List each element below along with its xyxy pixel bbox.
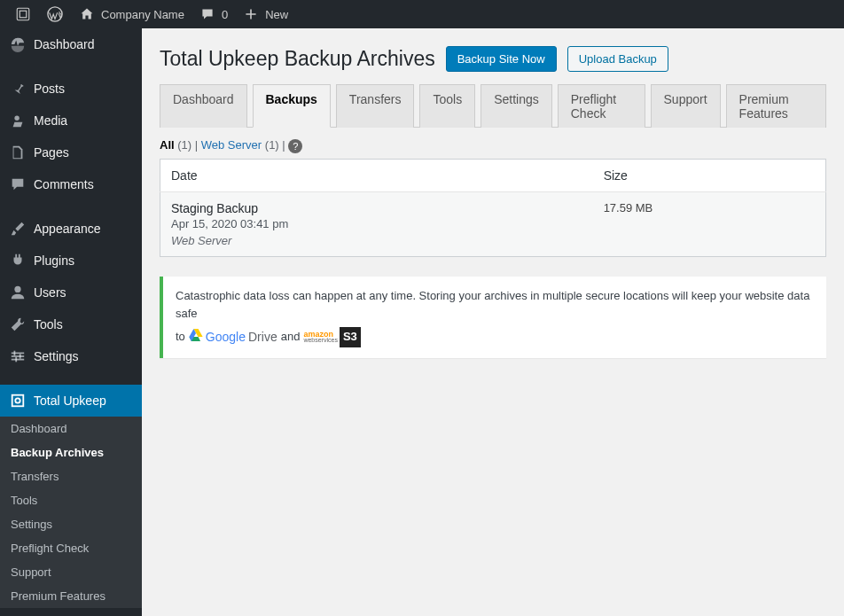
upload-backup-button[interactable]: Upload Backup [567, 46, 668, 72]
svg-rect-7 [12, 359, 24, 361]
sidebar-item-label: Dashboard [34, 37, 95, 51]
col-header-size: Size [593, 159, 826, 191]
filter-webserver-count: (1) [265, 138, 283, 152]
sidebar-item-appearance[interactable]: Appearance [0, 213, 142, 245]
tab-premium[interactable]: Premium Features [726, 84, 826, 128]
sidebar-item-label: Appearance [34, 222, 101, 236]
filter-webserver-link[interactable]: Web Server [201, 138, 262, 152]
settings-icon [9, 347, 27, 365]
svg-rect-6 [12, 355, 24, 357]
site-name-text: Company Name [101, 8, 184, 21]
submenu-item-backup-archives[interactable]: Backup Archives [0, 441, 142, 464]
archive-table: Date Size Staging Backup Apr 15, 2020 03… [160, 159, 826, 257]
backup-location: Web Server [171, 234, 582, 247]
tab-support[interactable]: Support [651, 84, 721, 128]
sidebar-item-total-upkeep[interactable]: Total Upkeep [0, 385, 142, 417]
svg-rect-10 [15, 357, 17, 362]
notice-text: Catastrophic data loss can happen at any… [176, 287, 814, 324]
site-name-link[interactable]: Company Name [71, 0, 191, 28]
media-icon [9, 112, 27, 129]
col-header-date: Date [160, 159, 593, 191]
s3-label: S3 [340, 327, 361, 347]
page-header: Total Upkeep Backup Archives Backup Site… [160, 37, 826, 72]
svg-rect-11 [12, 395, 24, 407]
sidebar-item-label: Plugins [34, 253, 74, 268]
home-icon [78, 5, 96, 23]
backup-site-now-button[interactable]: Backup Site Now [446, 46, 557, 72]
aws-icon: amazon webservices [303, 331, 338, 343]
sidebar-item-posts[interactable]: Posts [0, 73, 142, 105]
google-drive-icon [189, 327, 203, 347]
submenu-item-tools[interactable]: Tools [0, 488, 142, 512]
svg-point-3 [14, 116, 19, 121]
submenu-item-dashboard[interactable]: Dashboard [0, 417, 142, 441]
svg-rect-9 [20, 354, 21, 358]
tab-settings[interactable]: Settings [481, 84, 552, 128]
total-upkeep-submenu: Dashboard Backup Archives Transfers Tool… [0, 417, 142, 608]
svg-rect-5 [12, 353, 24, 355]
sidebar-item-dashboard[interactable]: Dashboard [0, 28, 142, 60]
sidebar-item-label: Total Upkeep [34, 394, 106, 408]
sidebar-item-label: Comments [34, 177, 94, 191]
about-wp-link[interactable] [7, 0, 39, 28]
tab-dashboard[interactable]: Dashboard [160, 84, 247, 128]
wordpress-logo-icon [46, 5, 64, 23]
plus-icon [242, 5, 260, 23]
nav-tabs: Dashboard Backups Transfers Tools Settin… [160, 84, 826, 128]
tab-transfers[interactable]: Transfers [336, 84, 415, 128]
new-content-label: New [265, 8, 288, 21]
page-title: Total Upkeep Backup Archives [160, 47, 435, 71]
wrench-icon [9, 316, 27, 333]
notice-and: and [281, 328, 301, 347]
user-icon [9, 284, 27, 301]
backup-size: 17.59 MB [593, 191, 826, 256]
comment-icon [199, 5, 216, 23]
sidebar-item-pages[interactable]: Pages [0, 136, 142, 168]
tab-preflight[interactable]: Preflight Check [558, 84, 645, 128]
admin-bar: Company Name 0 New [0, 0, 844, 28]
backup-name: Staging Backup [171, 201, 582, 215]
table-row[interactable]: Staging Backup Apr 15, 2020 03:41 pm Web… [160, 191, 826, 256]
comment-count: 0 [222, 8, 228, 21]
plugin-icon [9, 252, 27, 269]
pin-icon [9, 80, 27, 97]
dashboard-icon [9, 35, 27, 53]
filter-all-link[interactable]: All [160, 138, 175, 152]
amazon-s3-badge[interactable]: amazon webservices S3 [303, 327, 360, 347]
filter-all-count: (1) [177, 138, 195, 152]
tab-backups[interactable]: Backups [253, 84, 331, 128]
admin-sidebar: Dashboard Posts Media Pages Comments App… [0, 28, 142, 616]
google-drive-badge[interactable]: GoogleDrive [189, 327, 277, 347]
comment-icon [9, 175, 27, 193]
svg-rect-1 [20, 11, 27, 18]
tab-tools[interactable]: Tools [419, 84, 475, 128]
sidebar-item-tools[interactable]: Tools [0, 308, 142, 340]
sidebar-item-label: Tools [34, 317, 63, 331]
help-icon[interactable]: ? [288, 139, 302, 153]
anthropic-logo-icon [14, 5, 32, 23]
content-area: Total Upkeep Backup Archives Backup Site… [142, 28, 844, 616]
svg-point-12 [15, 398, 20, 402]
submenu-item-preflight[interactable]: Preflight Check [0, 536, 142, 560]
brush-icon [9, 220, 27, 238]
filter-links: All (1) | Web Server (1) | ? [160, 138, 826, 153]
wp-logo-link[interactable] [39, 0, 71, 28]
sidebar-item-media[interactable]: Media [0, 105, 142, 136]
sidebar-item-label: Media [34, 113, 67, 128]
submenu-item-premium[interactable]: Premium Features [0, 584, 142, 608]
submenu-item-transfers[interactable]: Transfers [0, 464, 142, 488]
sidebar-item-plugins[interactable]: Plugins [0, 245, 142, 277]
comments-link[interactable]: 0 [191, 0, 235, 28]
premium-notice: Catastrophic data loss can happen at any… [160, 277, 826, 358]
new-content-link[interactable]: New [235, 0, 295, 28]
notice-to: to [176, 328, 185, 347]
svg-point-4 [14, 286, 20, 292]
sidebar-item-users[interactable]: Users [0, 277, 142, 308]
sidebar-item-comments[interactable]: Comments [0, 168, 142, 200]
sidebar-item-settings[interactable]: Settings [0, 340, 142, 372]
submenu-item-support[interactable]: Support [0, 560, 142, 584]
svg-rect-0 [17, 8, 29, 20]
sidebar-item-label: Users [34, 285, 66, 300]
sidebar-item-label: Posts [34, 82, 65, 96]
submenu-item-settings[interactable]: Settings [0, 512, 142, 536]
